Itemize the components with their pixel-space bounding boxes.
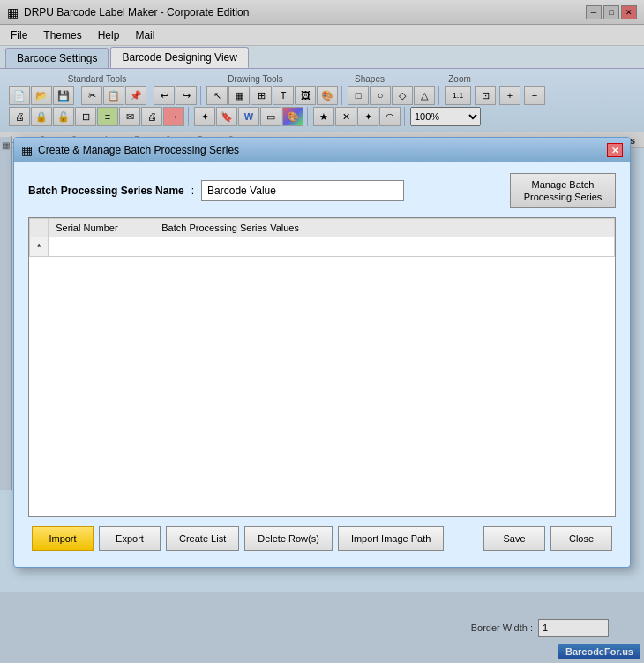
table-row: *	[30, 237, 615, 257]
col-header-marker	[30, 219, 49, 237]
batch-name-row: Batch Processing Series Name : Manage Ba…	[28, 173, 616, 208]
row-marker: *	[30, 237, 49, 257]
modal-close-button[interactable]: ✕	[607, 143, 623, 157]
batch-name-colon: :	[191, 185, 194, 197]
modal-content: Batch Processing Series Name : Manage Ba…	[14, 162, 630, 567]
value-cell[interactable]	[154, 237, 615, 257]
batch-name-label: Batch Processing Series Name	[28, 185, 184, 197]
create-list-button[interactable]: Create List	[166, 526, 239, 551]
close-dialog-button[interactable]: Close	[550, 526, 612, 551]
batch-name-input[interactable]	[201, 180, 404, 201]
batch-name-left: Batch Processing Series Name :	[28, 180, 404, 201]
manage-batch-button[interactable]: Manage Batch Processing Series	[510, 173, 616, 208]
modal-title-text: Create & Manage Batch Processing Series	[38, 144, 239, 156]
import-image-path-button[interactable]: Import Image Path	[338, 526, 445, 551]
import-button[interactable]: Import	[32, 526, 94, 551]
modal-title-bar: ▦ Create & Manage Batch Processing Serie…	[14, 138, 630, 162]
export-button[interactable]: Export	[99, 526, 161, 551]
serial-cell[interactable]	[49, 237, 154, 257]
modal-dialog: ▦ Create & Manage Batch Processing Serie…	[13, 137, 631, 568]
batch-table: Serial Number Batch Processing Series Va…	[29, 218, 615, 257]
modal-title-icon: ▦	[21, 143, 33, 157]
delete-rows-button[interactable]: Delete Row(s)	[244, 526, 333, 551]
batch-table-container: Serial Number Batch Processing Series Va…	[28, 217, 616, 517]
save-button[interactable]: Save	[483, 526, 545, 551]
modal-title-left: ▦ Create & Manage Batch Processing Serie…	[21, 143, 239, 157]
manage-batch-line2: Processing Series	[524, 191, 603, 203]
col-header-values: Batch Processing Series Values	[154, 219, 615, 237]
modal-overlay: ▦ Create & Manage Batch Processing Serie…	[0, 0, 644, 663]
manage-batch-line1: Manage Batch	[524, 178, 603, 191]
col-header-serial: Serial Number	[49, 219, 154, 237]
modal-buttons: Import Export Create List Delete Row(s) …	[28, 517, 616, 556]
